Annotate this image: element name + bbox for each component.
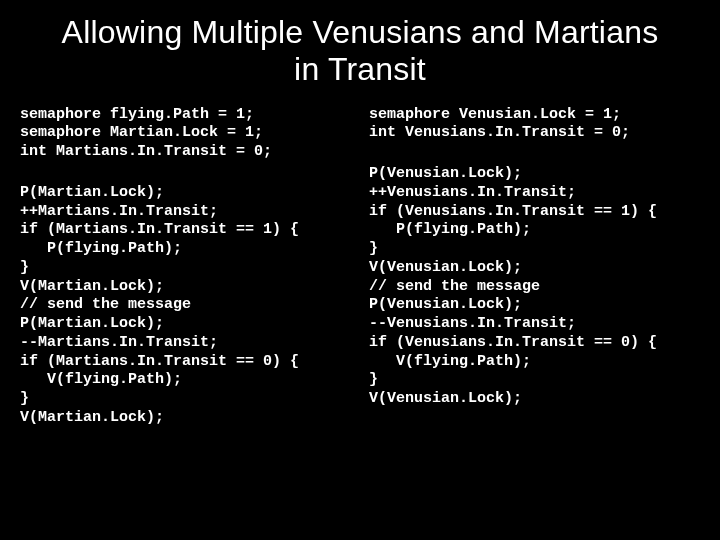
- left-column: semaphore flying.Path = 1; semaphore Mar…: [20, 106, 351, 428]
- slide: Allowing Multiple Venusians and Martians…: [0, 0, 720, 540]
- right-body: P(Venusian.Lock); ++Venusians.In.Transit…: [369, 165, 700, 409]
- left-body: P(Martian.Lock); ++Martians.In.Transit; …: [20, 184, 351, 428]
- right-column: semaphore Venusian.Lock = 1; int Venusia…: [369, 106, 700, 428]
- columns: semaphore flying.Path = 1; semaphore Mar…: [20, 106, 700, 428]
- right-declarations: semaphore Venusian.Lock = 1; int Venusia…: [369, 106, 700, 144]
- slide-title: Allowing Multiple Venusians and Martians…: [60, 14, 660, 88]
- left-declarations: semaphore flying.Path = 1; semaphore Mar…: [20, 106, 351, 162]
